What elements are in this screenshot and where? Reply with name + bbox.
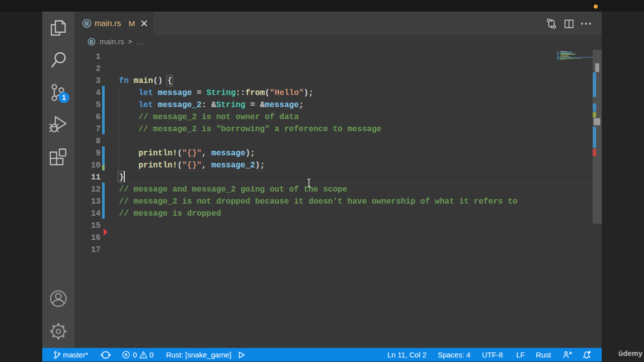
svg-text:R: R — [90, 39, 94, 44]
svg-text:1: 1 — [62, 94, 66, 102]
svg-text:R: R — [85, 20, 89, 27]
